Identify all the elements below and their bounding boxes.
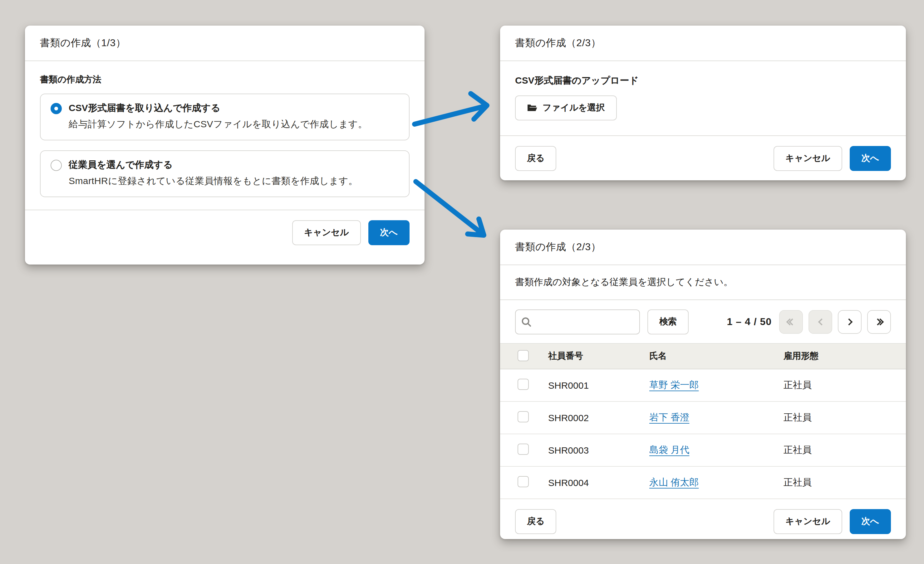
dialog3-footer: 戻る キャンセル 次へ [500,499,906,544]
pagination-controls [779,310,891,334]
dialog2-footer: 戻る キャンセル 次へ [500,135,906,181]
select-all-checkbox[interactable] [518,350,529,361]
employee-id: SHR0003 [548,445,649,455]
select-file-button-label: ファイルを選択 [543,102,604,114]
flow-arrow-to-csv-upload [414,94,487,124]
folder-open-icon [527,103,537,112]
last-page-button[interactable] [867,310,891,334]
option-csv-import[interactable]: CSV形式届書を取り込んで作成する 給与計算ソフトから作成したCSVファイルを取… [40,94,410,141]
dialog2-title: 書類の作成（2/3） [515,36,601,49]
option-select-employees-title: 従業員を選んで作成する [69,159,173,171]
table-row: SHR0001 草野 栄一郎 正社員 [500,370,906,402]
dialog3-toolbar: 検索 1 – 4 / 50 [500,300,906,343]
chevron-double-right-icon [875,319,883,325]
employee-name-link[interactable]: 草野 栄一郎 [649,379,699,390]
employee-id: SHR0002 [548,412,649,423]
employee-name-link[interactable]: 島袋 月代 [649,444,689,455]
next-button[interactable]: 次へ [849,146,891,171]
table-row: SHR0002 岩下 香澄 正社員 [500,402,906,434]
dialog1-header: 書類の作成（1/3） [25,25,424,61]
cancel-button[interactable]: キャンセル [292,220,360,245]
row-checkbox[interactable] [518,411,529,422]
search-button[interactable]: 検索 [647,310,688,334]
option-select-employees[interactable]: 従業員を選んで作成する SmartHRに登録されている従業員情報をもとに書類を作… [40,150,410,197]
chevron-right-icon [845,319,852,326]
row-checkbox[interactable] [518,476,529,487]
csv-upload-label: CSV形式届書のアップロード [515,75,891,87]
employment-type: 正社員 [783,412,906,423]
search-input[interactable] [515,310,640,334]
option-select-employees-description: SmartHRに登録されている従業員情報をもとに書類を作成します。 [69,175,399,187]
cancel-button[interactable]: キャンセル [774,509,842,534]
pagination-range-label: 1 – 4 / 50 [727,316,772,328]
radio-selected-icon[interactable] [51,103,62,114]
dialog2-header: 書類の作成（2/3） [500,25,906,61]
dialog3-title: 書類の作成（2/3） [515,241,601,254]
table-row: SHR0003 島袋 月代 正社員 [500,434,906,467]
chevron-double-left-icon [787,319,795,325]
dialog-create-document-step1: 書類の作成（1/3） 書類の作成方法 CSV形式届書を取り込んで作成する 給与計… [25,25,424,265]
employee-id: SHR0001 [548,380,649,390]
employment-type: 正社員 [783,444,906,456]
next-button[interactable]: 次へ [368,220,410,245]
employee-table: 社員番号 氏名 雇用形態 SHR0001 草野 栄一郎 正社員 SHR0002 … [500,343,906,499]
select-file-button[interactable]: ファイルを選択 [515,96,616,120]
column-employee-id: 社員番号 [548,351,649,362]
dialog3-header: 書類の作成（2/3） [500,230,906,265]
dialog-create-document-step2-employees: 書類の作成（2/3） 書類作成の対象となる従業員を選択してください。 検索 1 … [500,230,906,539]
option-csv-import-title: CSV形式届書を取り込んで作成する [69,102,220,114]
employee-name-link[interactable]: 永山 侑太郎 [649,477,699,487]
dialog1-title: 書類の作成（1/3） [40,36,126,49]
employee-name-link[interactable]: 岩下 香澄 [649,412,689,422]
chevron-left-icon [818,319,825,326]
row-checkbox[interactable] [518,444,529,455]
employment-type: 正社員 [783,477,906,489]
creation-method-label: 書類の作成方法 [40,74,410,85]
column-name: 氏名 [649,351,783,362]
employee-id: SHR0004 [548,477,649,488]
dialog-create-document-step2-csv: 書類の作成（2/3） CSV形式届書のアップロード ファイルを選択 戻る キャン… [500,25,906,180]
next-page-button[interactable] [838,310,862,334]
table-row: SHR0004 永山 侑太郎 正社員 [500,467,906,499]
dialog1-footer: キャンセル 次へ [25,209,424,255]
magnifier-icon [521,317,531,329]
first-page-button[interactable] [779,310,803,334]
cancel-button[interactable]: キャンセル [774,146,842,171]
flow-arrow-to-employee-select [416,181,484,235]
back-button[interactable]: 戻る [515,146,556,171]
table-header-row: 社員番号 氏名 雇用形態 [500,343,906,370]
dialog1-body: 書類の作成方法 CSV形式届書を取り込んで作成する 給与計算ソフトから作成したC… [25,61,424,209]
search-box [515,310,640,334]
canvas: 書類の作成（1/3） 書類の作成方法 CSV形式届書を取り込んで作成する 給与計… [0,0,924,564]
option-csv-import-description: 給与計算ソフトから作成したCSVファイルを取り込んで作成します。 [69,118,399,130]
previous-page-button[interactable] [808,310,832,334]
dialog2-body: CSV形式届書のアップロード ファイルを選択 [500,61,906,135]
row-checkbox[interactable] [518,379,529,390]
next-button[interactable]: 次へ [849,509,891,534]
radio-unselected-icon[interactable] [51,159,62,171]
employment-type: 正社員 [783,379,906,391]
back-button[interactable]: 戻る [515,509,556,534]
dialog3-description: 書類作成の対象となる従業員を選択してください。 [500,265,906,300]
column-employment-type: 雇用形態 [783,351,906,362]
